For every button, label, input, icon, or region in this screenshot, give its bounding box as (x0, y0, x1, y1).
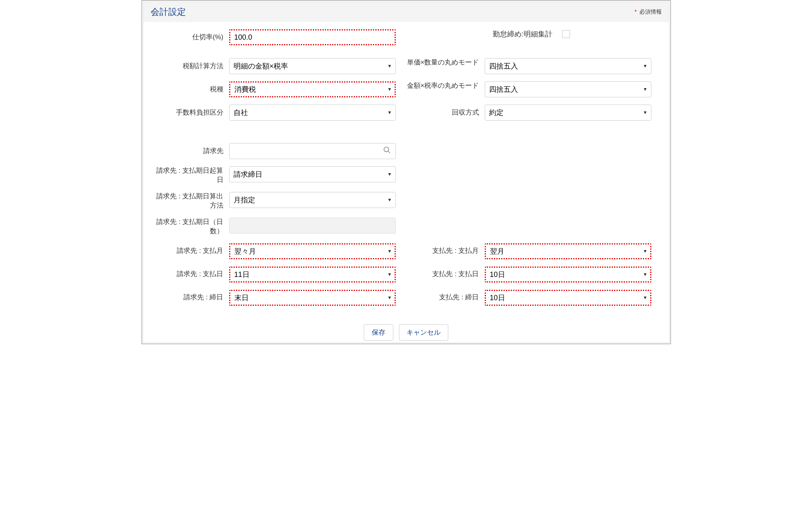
form-buttons: 保存 キャンセル (151, 320, 662, 342)
bill-pay-day-select[interactable]: 11日 (229, 267, 396, 283)
bill-due-base-label: 請求先 : 支払期日起算日 (151, 166, 229, 185)
fee-burden-select[interactable]: 自社 (229, 105, 396, 121)
collection-method-select[interactable]: 約定 (485, 105, 651, 121)
tax-calc-method-select[interactable]: 明細の金額×税率 (229, 58, 396, 74)
panel-title: 会計設定 (151, 6, 186, 18)
attendance-detail-agg-field: 勤怠締め:明細集計 (493, 29, 570, 39)
bill-due-days-input (229, 218, 396, 234)
bill-due-method-label: 請求先 : 支払期日算出方法 (151, 192, 229, 210)
required-star-icon: * (635, 8, 637, 15)
partition-rate-label: 仕切率(%) (151, 33, 229, 42)
bill-pay-month-select[interactable]: 翌々月 (229, 243, 396, 259)
required-legend: *必須情報 (635, 8, 661, 16)
tax-calc-method-label: 税額計算方法 (151, 62, 229, 71)
bill-due-method-select[interactable]: 月指定 (229, 192, 396, 208)
bill-due-days-label: 請求先 : 支払期日（日数） (151, 218, 229, 236)
bill-due-base-select[interactable]: 請求締日 (229, 166, 396, 182)
tax-type-select[interactable]: 消費税 (229, 81, 396, 97)
bill-closing-day-select[interactable]: 末日 (229, 290, 396, 306)
price-qty-round-mode-select[interactable]: 四捨五入 (485, 58, 651, 74)
partition-rate-input[interactable] (229, 29, 396, 45)
amount-rate-round-mode-label: 金額×税率の丸めモード (406, 81, 485, 91)
collection-method-label: 回収方式 (406, 108, 485, 117)
fee-burden-label: 手数料負担区分 (151, 108, 229, 117)
bill-to-label: 請求先 (151, 147, 229, 156)
save-button[interactable]: 保存 (364, 324, 393, 341)
pay-to-pay-month-label: 支払先 : 支払月 (406, 246, 485, 256)
required-legend-text: 必須情報 (639, 8, 662, 15)
bill-pay-day-label: 請求先 : 支払日 (151, 270, 229, 279)
pay-to-pay-day-label: 支払先 : 支払日 (406, 270, 485, 279)
bill-closing-day-label: 請求先 : 締日 (151, 293, 229, 302)
panel-header: 会計設定 *必須情報 (143, 2, 669, 22)
attendance-detail-agg-checkbox[interactable] (562, 30, 570, 38)
pay-to-closing-day-label: 支払先 : 締日 (406, 293, 485, 302)
bill-pay-month-label: 請求先 : 支払月 (151, 246, 229, 256)
tax-type-label: 税種 (151, 85, 229, 94)
pay-to-closing-day-select[interactable]: 10日 (485, 290, 651, 306)
cancel-button[interactable]: キャンセル (399, 324, 448, 341)
pay-to-pay-month-select[interactable]: 翌月 (485, 243, 651, 259)
price-qty-round-mode-label: 単価×数量の丸めモード (406, 58, 485, 67)
attendance-detail-agg-label: 勤怠締め:明細集計 (493, 29, 552, 39)
pay-to-pay-day-select[interactable]: 10日 (485, 267, 651, 283)
amount-rate-round-mode-select[interactable]: 四捨五入 (485, 81, 651, 97)
accounting-settings-panel: 会計設定 *必須情報 仕切率(%) (143, 2, 669, 343)
bill-to-search-input[interactable] (229, 143, 396, 159)
